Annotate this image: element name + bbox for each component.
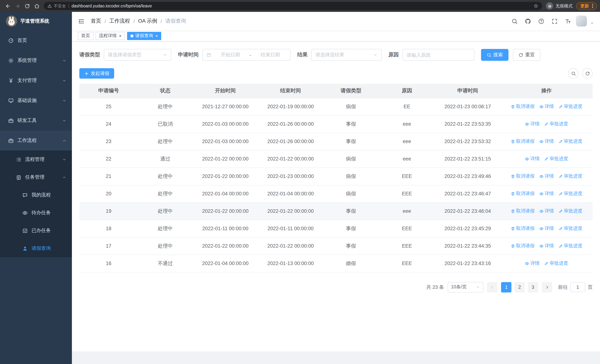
apply-time-range-picker[interactable]: 开始日期 - 结束日期 xyxy=(202,49,291,61)
tabs-bar: 首页 流程详情× 请假查询× xyxy=(72,30,600,42)
close-icon[interactable]: × xyxy=(119,34,122,38)
sidebar-item-pay-mgmt[interactable]: 支付管理 xyxy=(0,70,72,90)
url-text: dashboard.yudao.iocoder.cn/bpm/oa/leave xyxy=(72,4,531,8)
reason-input[interactable] xyxy=(403,49,474,60)
progress-link[interactable]: 审批进度 xyxy=(558,138,582,145)
result-select[interactable]: 请选择流结果 xyxy=(311,49,382,61)
sidebar-item-leave-query[interactable]: 请假查询 xyxy=(0,239,72,257)
next-page-button[interactable] xyxy=(542,282,552,292)
prev-page-button[interactable] xyxy=(487,282,497,292)
cancel-leave-link[interactable]: 取消请假 xyxy=(510,103,534,110)
cancel-leave-link[interactable]: 取消请假 xyxy=(510,243,534,249)
breadcrumb-item[interactable]: 工作流程 xyxy=(109,18,130,24)
page-size-select[interactable]: 10条/页 xyxy=(448,282,483,292)
tab-2[interactable]: 请假查询× xyxy=(127,32,161,40)
sidebar-item-task-mgmt[interactable]: 任务管理 xyxy=(0,168,72,186)
browser-update-menu-button[interactable]: 更新 xyxy=(576,2,597,10)
header-search-button[interactable] xyxy=(509,16,520,26)
progress-link[interactable]: 审批进度 xyxy=(544,121,568,127)
browser-forward-button[interactable] xyxy=(13,1,22,11)
cell-start: 2021-12-27 00:00:00 xyxy=(193,98,258,115)
navbar-actions xyxy=(509,16,594,27)
sidebar-item-dev-tools[interactable]: 研发工具 xyxy=(0,111,72,131)
progress-link[interactable]: 审批进度 xyxy=(558,243,582,249)
detail-link[interactable]: 详情 xyxy=(539,225,554,232)
progress-link[interactable]: 审批进度 xyxy=(544,260,568,267)
tab-1[interactable]: 流程详情× xyxy=(96,32,125,40)
sidebar-item-label: 系统管理 xyxy=(18,57,58,64)
browser-reload-button[interactable] xyxy=(22,1,32,11)
progress-link[interactable]: 审批进度 xyxy=(558,103,582,110)
cell-reason: EEE xyxy=(379,185,435,202)
chevron-down-icon xyxy=(62,157,66,161)
sidebar-item-label: 工作流程 xyxy=(18,137,58,144)
filter-form: 请假类型 请选择请假类型 申请时间 开始日期 - 结束日期 xyxy=(79,49,593,61)
sidebar-item-done-task[interactable]: 已办任务 xyxy=(0,222,72,239)
cancel-leave-link[interactable]: 取消请假 xyxy=(510,138,534,145)
edit-icon xyxy=(558,191,563,196)
detail-link[interactable]: 详情 xyxy=(539,191,554,197)
search-button[interactable]: 搜索 xyxy=(481,49,508,61)
cell-status: 处理中 xyxy=(138,98,193,115)
column-header: 申请编号 xyxy=(79,84,138,98)
caret-down-icon[interactable] xyxy=(590,21,594,25)
toggle-search-button[interactable] xyxy=(568,68,579,79)
page-button-3[interactable]: 3 xyxy=(528,282,538,292)
leave-type-select[interactable]: 请选择请假类型 xyxy=(104,49,171,61)
trash-icon xyxy=(510,191,515,196)
cancel-leave-link[interactable]: 取消请假 xyxy=(510,191,534,197)
user-avatar[interactable] xyxy=(576,16,587,27)
detail-link[interactable]: 详情 xyxy=(525,121,540,127)
refresh-icon xyxy=(518,52,523,57)
sidebar-item-infrastructure[interactable]: 基础设施 xyxy=(0,90,72,111)
font-size-button[interactable] xyxy=(562,16,573,26)
progress-link[interactable]: 审批进度 xyxy=(558,173,582,179)
refresh-table-button[interactable] xyxy=(582,68,593,79)
sidebar-item-system-mgmt[interactable]: 系统管理 xyxy=(0,50,72,70)
sidebar-fold-icon[interactable] xyxy=(78,18,85,25)
goto-suffix: 页 xyxy=(588,284,593,290)
sidebar-item-process-mgmt[interactable]: 流程管理 xyxy=(0,150,72,168)
cancel-leave-link[interactable]: 取消请假 xyxy=(510,173,534,179)
cancel-leave-link[interactable]: 取消请假 xyxy=(510,208,534,214)
sidebar-item-todo-task[interactable]: 待办任务 xyxy=(0,204,72,222)
github-link[interactable] xyxy=(523,16,533,26)
cell-type: 婚假 xyxy=(323,255,379,272)
progress-link[interactable]: 审批进度 xyxy=(558,208,582,214)
reset-button[interactable]: 重置 xyxy=(513,49,540,61)
detail-link[interactable]: 详情 xyxy=(525,260,540,267)
cell-type: 病假 xyxy=(323,150,379,168)
detail-link[interactable]: 详情 xyxy=(525,156,540,162)
close-icon[interactable]: × xyxy=(155,34,158,38)
fullscreen-button[interactable] xyxy=(549,16,560,26)
cancel-leave-link[interactable]: 取消请假 xyxy=(510,225,534,232)
page-button-1[interactable]: 1 xyxy=(501,282,511,292)
create-leave-button[interactable]: 发起请假 xyxy=(79,68,114,79)
detail-link[interactable]: 详情 xyxy=(539,173,554,179)
table-row: 25 处理中 2021-12-27 00:00:00 2022-01-19 00… xyxy=(79,98,593,115)
breadcrumb-item[interactable]: OA 示例 xyxy=(138,18,157,24)
breadcrumb-item[interactable]: 首页 xyxy=(91,18,101,24)
goto-page-input[interactable] xyxy=(570,282,585,292)
tab-0[interactable]: 首页 xyxy=(78,32,94,40)
sidebar-item-workflow[interactable]: 工作流程 xyxy=(0,131,72,150)
docs-help-button[interactable] xyxy=(536,16,546,26)
detail-link[interactable]: 详情 xyxy=(539,208,554,214)
bookmark-star-icon[interactable] xyxy=(533,3,538,9)
browser-back-button[interactable] xyxy=(3,1,13,11)
progress-link[interactable]: 审批进度 xyxy=(558,191,582,197)
progress-link[interactable]: 审批进度 xyxy=(558,225,582,232)
progress-link[interactable]: 审批进度 xyxy=(544,156,568,162)
sidebar-item-home[interactable]: 首页 xyxy=(0,30,72,50)
page-content: 请假类型 请选择请假类型 申请时间 开始日期 - 结束日期 xyxy=(72,42,600,351)
browser-home-button[interactable] xyxy=(32,1,41,11)
table-row: 21 处理中 2022-01-22 00:00:00 2022-01-23 00… xyxy=(79,168,593,185)
detail-link[interactable]: 详情 xyxy=(539,243,554,249)
goto-label: 前往 xyxy=(558,284,568,290)
detail-link[interactable]: 详情 xyxy=(539,103,554,110)
sidebar-item-my-process[interactable]: 我的流程 xyxy=(0,186,72,204)
detail-link[interactable]: 详情 xyxy=(539,138,554,145)
security-chip[interactable]: 不安全 xyxy=(47,3,66,9)
page-button-2[interactable]: 2 xyxy=(514,282,525,292)
address-bar[interactable]: 不安全 dashboard.yudao.iocoder.cn/bpm/oa/le… xyxy=(44,2,542,10)
